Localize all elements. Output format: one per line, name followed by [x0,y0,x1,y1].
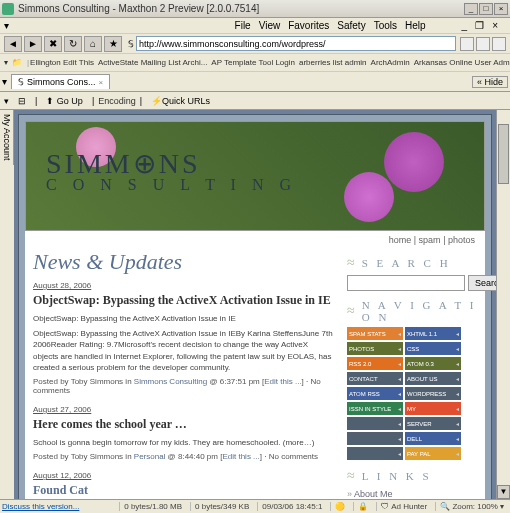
post-excerpt: ObjectSwap: Bypassing the ActiveX Activa… [33,313,335,324]
nav-badge[interactable]: SPAM STATS◂ [347,327,403,340]
post-title[interactable]: ObjectSwap: Bypassing the ActiveX Activa… [33,293,335,308]
post-body: School is gonna begin tomorrow for my ki… [33,437,335,448]
menu-safety[interactable]: Safety [337,20,365,31]
goup-button[interactable]: ⬆ Go Up [41,94,88,108]
discuss-link[interactable]: Discuss this version... [2,502,79,511]
nav-badge[interactable]: ATOM RSS◂ [347,387,403,400]
fav-link[interactable]: ArchAdmin [371,58,410,67]
quickurls-button[interactable]: ⚡Quick URLs [146,94,215,108]
nav-badge[interactable]: WORDPRESS◂ [405,387,461,400]
fav-link[interactable]: Ellington Edit This [30,58,94,67]
nav-badge[interactable]: PHOTOS◂ [347,342,403,355]
nav-badge[interactable]: ATOM 0.3◂ [405,357,461,370]
sidebar-heading-links: L I N K S [347,468,477,484]
tab-close-icon[interactable]: × [99,78,104,87]
minimize-button[interactable]: _ [464,3,478,15]
status-date: 09/03/06 18:45:1 [257,502,326,511]
nav-badge[interactable]: ◂ [347,432,403,445]
toolbar-extra-2[interactable] [492,37,506,51]
stop-button[interactable]: ✖ [44,36,62,52]
hide-button[interactable]: « Hide [472,76,508,88]
menu-restore-icon[interactable]: ❐ [475,20,484,31]
post-date[interactable]: August 27, 2006 [33,405,335,414]
window-title: Simmons Consulting - Maxthon 2 Preview [… [18,3,464,14]
site-logo-line2: C O N S U L T I N G [46,176,297,194]
sub-dropdown-icon[interactable]: ▾ [4,96,9,106]
fav-link[interactable]: ActiveState Mailing List Archi... [98,58,207,67]
nav-badge[interactable]: MY◂ [405,402,461,415]
fav-link[interactable]: AP Template Tool Login [211,58,295,67]
sidebar-tab-myaccount[interactable]: My Account [0,110,14,165]
sidebar-heading-search: S E A R C H [347,255,477,271]
sub-collapse-icon[interactable]: ⊟ [13,94,31,108]
nav-badge[interactable]: ◂ [347,447,403,460]
nav-badge[interactable]: ISSN IN STYLE◂ [347,402,403,415]
page-viewport: SIMM⊕NS C O N S U L T I N G home | spam … [14,110,496,499]
app-icon [2,3,14,15]
nav-badge[interactable]: CSS◂ [405,342,461,355]
nav-photos[interactable]: photos [448,235,475,245]
post-meta: Posted by Toby Simmons in Simmons Consul… [33,377,335,395]
nav-badge[interactable]: XHTML 1.1◂ [405,327,461,340]
menu-min-icon[interactable]: _ [462,20,468,31]
go-button[interactable] [460,37,474,51]
home-button[interactable]: ⌂ [84,36,102,52]
post-title[interactable]: Found Cat [33,483,335,498]
post-category-link[interactable]: Personal [134,452,166,461]
status-zoom[interactable]: 🔍 Zoom: 100% ▾ [435,502,508,511]
sidebar-heading-navigation: N A V I G A T I O N [347,299,477,323]
scrollbar-thumb[interactable] [498,124,509,184]
back-button[interactable]: ◄ [4,36,22,52]
dropdown-icon[interactable]: ▾ [4,20,9,31]
post-category-link[interactable]: Simmons Consulting [134,377,207,386]
browser-tab[interactable]: 𝕊 Simmons Cons... × [11,74,110,89]
nav-badge[interactable]: SERVER◂ [405,417,461,430]
post-body: ObjectSwap: Bypassing the ActiveX Activa… [33,328,335,373]
nav-badge[interactable]: CONTACT◂ [347,372,403,385]
nav-badge[interactable]: DELL◂ [405,432,461,445]
fav-link[interactable]: Arkansas Online User Admin [414,58,510,67]
post-date[interactable]: August 28, 2006 [33,281,335,290]
menu-favorites[interactable]: Favorites [288,20,329,31]
tab-dropdown-icon[interactable]: ▾ [2,76,7,87]
nav-badge[interactable]: ◂ [347,417,403,430]
status-adhunter[interactable]: 🛡 Ad Hunter [376,502,431,511]
forward-button[interactable]: ► [24,36,42,52]
edit-link[interactable]: Edit this ... [264,377,301,386]
nav-spam[interactable]: spam [419,235,441,245]
favorites-button[interactable]: ★ [104,36,122,52]
nav-home[interactable]: home [389,235,412,245]
menu-close-icon[interactable]: × [492,20,498,31]
fav-link[interactable]: arberries list admin [299,58,367,67]
scroll-down-button[interactable]: ▼ [497,485,510,499]
fav-dropdown-icon[interactable]: ▾ [4,58,8,67]
vertical-scrollbar[interactable]: ▼ [496,110,510,499]
menu-file[interactable]: File [235,20,251,31]
status-bytes-1: 0 bytes/1.80 MB [119,502,186,511]
toolbar-extra-1[interactable] [476,37,490,51]
search-button[interactable]: Search [468,275,496,291]
nav-badge[interactable]: PAY PAL◂ [405,447,461,460]
maximize-button[interactable]: □ [479,3,493,15]
tab-favicon: 𝕊 [18,77,24,87]
post-date[interactable]: August 12, 2006 [33,471,335,480]
close-button[interactable]: × [494,3,508,15]
sidebar-link[interactable]: About Me [347,488,477,499]
address-bar[interactable] [136,36,456,51]
nav-badge[interactable]: ABOUT US◂ [405,372,461,385]
reload-button[interactable]: ↻ [64,36,82,52]
post-title[interactable]: Here comes the school year … [33,417,335,432]
edit-link[interactable]: Edit this ... [222,452,259,461]
encoding-label[interactable]: Encoding [98,96,136,106]
top-nav: home | spam | photos [25,231,485,249]
menu-tools[interactable]: Tools [374,20,397,31]
page-heading: News & Updates [33,249,335,275]
menu-help[interactable]: Help [405,20,426,31]
status-indicator-icon: 🟡 [330,502,349,511]
url-icon: 𝕊 [128,39,134,49]
status-bytes-2: 0 bytes/349 KB [190,502,253,511]
search-input[interactable] [347,275,465,291]
fav-folder-icon[interactable]: 📁 [12,58,22,67]
nav-badge[interactable]: RSS 2.0◂ [347,357,403,370]
menu-view[interactable]: View [259,20,281,31]
